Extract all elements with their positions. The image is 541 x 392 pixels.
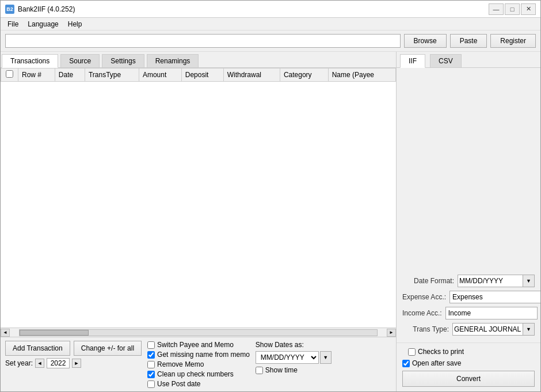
horizontal-scrollbar-thumb[interactable] <box>20 330 89 336</box>
main-content: Transactions Source Settings Renamings R… <box>1 52 540 391</box>
use-post-date-checkbox[interactable] <box>147 380 155 388</box>
date-format-row: Date Format: MM/DD/YYYYDD/MM/YYYYYYYY/MM… <box>402 275 535 287</box>
file-path-input[interactable] <box>5 34 401 48</box>
toolbar: Browse Paste Register <box>1 31 540 52</box>
expense-acc-label: Expense Acc.: <box>402 293 446 301</box>
horizontal-scrollbar-area: ◄ ► <box>1 328 396 337</box>
use-post-date-label: Use Post date <box>157 380 200 388</box>
clean-check-numbers-checkbox[interactable] <box>147 371 155 378</box>
dates-dropdown-arrow[interactable]: ▼ <box>320 351 332 364</box>
checks-to-print-label: Checks to print <box>418 348 464 356</box>
show-time-checkbox[interactable] <box>256 367 263 374</box>
switch-payee-label: Switch Payee and Memo <box>157 341 234 349</box>
remove-memo-checkbox[interactable] <box>147 361 155 368</box>
switch-payee-checkbox[interactable] <box>147 341 155 349</box>
date-format-label: Date Format: <box>402 277 454 285</box>
switch-payee-row: Switch Payee and Memo <box>147 341 250 349</box>
main-window: B2 Bank2IIF (4.0.252) — □ ✕ File Languag… <box>0 0 541 392</box>
income-acc-label: Income Acc.: <box>402 309 442 317</box>
open-after-save-label: Open after save <box>412 359 461 367</box>
set-year-label: Set year: <box>5 359 33 367</box>
col-row-num: Row # <box>18 68 55 82</box>
paste-button[interactable]: Paste <box>450 34 487 48</box>
col-name-payee: Name (Payee <box>328 68 395 82</box>
year-control: Set year: ◄ ► <box>5 358 142 368</box>
income-acc-row: Income Acc.: <box>402 307 535 319</box>
browse-button[interactable]: Browse <box>404 34 447 48</box>
checks-to-print-row: Checks to print <box>402 348 535 356</box>
clean-check-row: Clean up check numbers <box>147 370 250 378</box>
remove-memo-row: Remove Memo <box>147 360 250 368</box>
expense-acc-input[interactable] <box>449 291 540 303</box>
right-content: Date Format: MM/DD/YYYYDD/MM/YYYYYYYY/MM… <box>397 68 540 342</box>
title-bar: B2 Bank2IIF (4.0.252) — □ ✕ <box>1 1 540 18</box>
date-format-dropdown-arrow[interactable]: ▼ <box>523 275 535 287</box>
transaction-table-area[interactable]: Row # Date TransType Amount Deposit With… <box>1 68 396 328</box>
tab-renamings[interactable]: Renamings <box>147 54 199 67</box>
tab-source[interactable]: Source <box>60 54 100 67</box>
close-button[interactable]: ✕ <box>521 3 536 15</box>
trans-type-label: Trans Type: <box>402 325 449 333</box>
transaction-table: Row # Date TransType Amount Deposit With… <box>1 68 396 82</box>
right-tab-iif[interactable]: IIF <box>400 54 425 68</box>
date-format-select-wrapper: MM/DD/YYYYDD/MM/YYYYYYYY/MM/DD ▼ <box>458 275 535 287</box>
open-after-save-checkbox[interactable] <box>402 360 410 367</box>
year-input[interactable] <box>47 358 70 368</box>
add-transaction-button[interactable]: Add Transaction <box>5 341 70 356</box>
get-missing-checkbox[interactable] <box>147 351 155 359</box>
col-date: Date <box>55 68 85 82</box>
app-icon: B2 <box>5 5 14 14</box>
horizontal-scrollbar-track[interactable] <box>19 329 378 336</box>
trans-type-row: Trans Type: GENERAL JOURNALINVOICEPAYMEN… <box>402 323 535 336</box>
show-dates-label: Show Dates as: <box>256 341 332 349</box>
open-after-save-row: Open after save <box>402 359 535 367</box>
scroll-left-arrow[interactable]: ◄ <box>1 329 10 337</box>
show-dates-select: MM/DD/YYYYDD/MM/YYYYYYYY/MM/DD ▼ <box>256 351 332 364</box>
minimize-button[interactable]: — <box>489 3 504 15</box>
get-missing-label: Get missing name from memo <box>157 351 250 359</box>
date-format-select[interactable]: MM/DD/YYYYDD/MM/YYYYYYYY/MM/DD <box>458 275 523 287</box>
select-all-checkbox[interactable] <box>6 70 13 78</box>
year-next-button[interactable]: ► <box>72 359 81 368</box>
menu-help[interactable]: Help <box>63 19 87 29</box>
clean-check-numbers-label: Clean up check numbers <box>157 370 234 378</box>
menu-file[interactable]: File <box>3 19 23 29</box>
change-for-all-button[interactable]: Change +/- for all <box>74 341 142 356</box>
income-acc-input[interactable] <box>445 307 538 319</box>
col-checkbox-header[interactable] <box>1 68 18 82</box>
menu-language[interactable]: Language <box>23 19 63 29</box>
col-category: Category <box>280 68 328 82</box>
left-tabs: Transactions Source Settings Renamings <box>1 52 396 68</box>
trans-type-select[interactable]: GENERAL JOURNALINVOICEPAYMENT <box>452 323 523 336</box>
menu-bar: File Language Help <box>1 18 540 31</box>
checks-to-print-checkbox[interactable] <box>408 348 416 356</box>
scroll-right-arrow[interactable]: ► <box>387 329 396 337</box>
right-tab-csv[interactable]: CSV <box>430 54 462 67</box>
col-transtype: TransType <box>85 68 139 82</box>
left-panel: Transactions Source Settings Renamings R… <box>1 52 397 391</box>
right-tabs: IIF CSV <box>397 52 540 68</box>
tab-settings[interactable]: Settings <box>102 54 144 67</box>
right-bottom: Checks to print Open after save Convert <box>397 342 540 391</box>
use-post-row: Use Post date <box>147 380 250 388</box>
trans-type-select-wrapper: GENERAL JOURNALINVOICEPAYMENT ▼ <box>452 323 535 336</box>
bottom-controls: Add Transaction Change +/- for all Set y… <box>1 337 396 391</box>
maximize-button[interactable]: □ <box>505 3 520 15</box>
show-time-label: Show time <box>265 366 298 374</box>
show-time-row: Show time <box>256 366 332 374</box>
col-amount: Amount <box>139 68 181 82</box>
show-dates-area: Show Dates as: MM/DD/YYYYDD/MM/YYYYYYYY/… <box>256 341 332 374</box>
bottom-left-controls: Add Transaction Change +/- for all Set y… <box>5 341 142 368</box>
dates-format-dropdown[interactable]: MM/DD/YYYYDD/MM/YYYYYYYY/MM/DD <box>256 351 319 364</box>
year-prev-button[interactable]: ◄ <box>35 359 44 368</box>
get-missing-row: Get missing name from memo <box>147 351 250 359</box>
right-panel: IIF CSV Date Format: MM/DD/YYYYDD/MM/YYY… <box>397 52 540 391</box>
remove-memo-label: Remove Memo <box>157 360 204 368</box>
col-withdrawal: Withdrawal <box>223 68 280 82</box>
register-button[interactable]: Register <box>490 34 536 48</box>
tab-transactions[interactable]: Transactions <box>2 54 58 68</box>
convert-button[interactable]: Convert <box>402 371 535 387</box>
trans-type-dropdown-arrow[interactable]: ▼ <box>523 323 535 336</box>
title-bar-controls: — □ ✕ <box>489 3 536 15</box>
bottom-buttons: Add Transaction Change +/- for all <box>5 341 142 356</box>
